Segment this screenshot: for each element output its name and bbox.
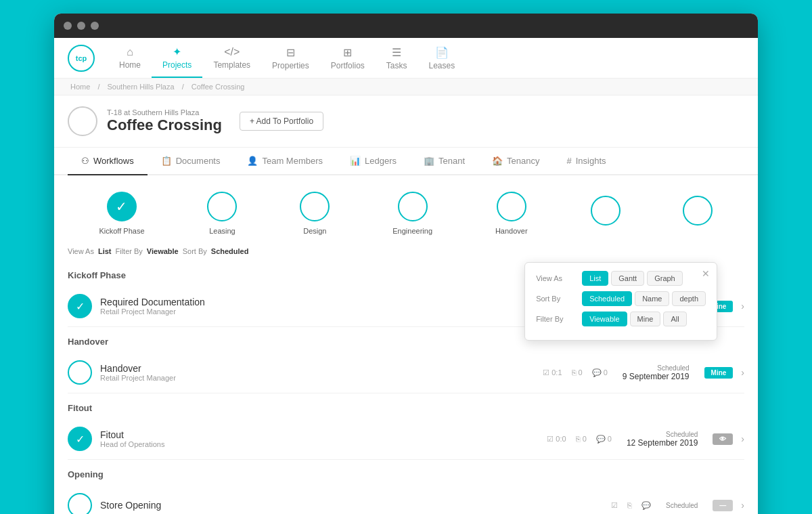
top-nav: tcp ⌂ Home ✦ Projects </> Templates ⊟ Pr… <box>54 38 758 79</box>
portfolios-icon: ⊞ <box>343 46 352 59</box>
breadcrumb-home[interactable]: Home <box>70 83 90 91</box>
task-circle-checked: ✓ <box>68 294 92 318</box>
phase-kickoff[interactable]: ✓ Kickoff Phase <box>99 192 144 235</box>
logo[interactable]: tcp <box>68 45 95 72</box>
task-arrow-3[interactable]: › <box>741 433 744 444</box>
task-circle-fitout: ✓ <box>68 427 92 451</box>
tab-team-members[interactable]: 👤 Team Members <box>233 148 336 175</box>
task-sub-fitout: Head of Operations <box>100 440 539 448</box>
phase-6[interactable] <box>591 196 621 231</box>
tab-insights[interactable]: # Insights <box>554 148 620 175</box>
nav-portfolios[interactable]: ⊞ Portfolios <box>320 38 376 78</box>
popup-sort-label: Sort By <box>536 295 577 303</box>
sort-name-button[interactable]: Name <box>635 291 669 306</box>
project-avatar <box>68 106 97 136</box>
tenant-icon: 🏢 <box>424 156 434 166</box>
phase-6-circle <box>591 196 621 226</box>
filter-all-button[interactable]: All <box>663 312 686 326</box>
task-copies-fitout: ⎘ 0 <box>576 435 587 443</box>
phase-design[interactable]: Design <box>300 192 330 235</box>
phase-leasing-label: Leasing <box>209 227 235 235</box>
breadcrumb-plaza[interactable]: Southern Hills Plaza <box>108 83 175 91</box>
phase-leasing[interactable]: Leasing <box>207 192 237 235</box>
phase-handover[interactable]: Handover <box>495 192 528 235</box>
tab-tenancy[interactable]: 🏠 Tenancy <box>478 148 553 175</box>
tab-ledgers[interactable]: 📊 Ledgers <box>336 148 410 175</box>
sort-scheduled-button[interactable]: Scheduled <box>582 291 632 306</box>
task-date-handover-val: 9 September 2019 <box>623 372 690 381</box>
task-status-fitout: Scheduled <box>627 431 698 438</box>
project-subtitle: T-18 at Southern Hills Plaza <box>107 108 222 116</box>
task-name-required-docs: Required Documentation <box>100 297 580 307</box>
toolbar-filter-prefix: Filter By <box>116 247 143 255</box>
popup-filter-options: Viewable Mine All <box>582 312 687 326</box>
view-options-popup: ✕ View As List Gantt Graph Sort By Sched… <box>524 262 717 341</box>
task-comments-fitout-val: 0 <box>608 435 612 443</box>
phase-design-circle <box>300 192 330 221</box>
tab-tenancy-label: Tenancy <box>507 156 539 166</box>
phase-leasing-circle <box>207 192 237 221</box>
nav-projects-label: Projects <box>162 60 191 70</box>
browser-dot-1 <box>64 22 72 30</box>
popup-view-options: List Gantt Graph <box>582 271 683 286</box>
toolbar-filter-value[interactable]: Viewable <box>147 247 179 255</box>
task-meta-handover: ☑ 0:1 ⎘ 0 💬 0 <box>543 368 608 377</box>
task-info-handover: Handover Retail Project Manager <box>100 363 535 382</box>
task-arrow-4[interactable]: › <box>741 500 744 511</box>
popup-view-row: View As List Gantt Graph <box>536 271 706 286</box>
browser-dot-2 <box>77 22 85 30</box>
phase-handover-label: Handover <box>495 227 528 235</box>
home-icon: ⌂ <box>127 46 133 58</box>
add-portfolio-button[interactable]: + Add To Portfolio <box>240 112 323 131</box>
nav-home-label: Home <box>119 60 141 70</box>
popup-close-button[interactable]: ✕ <box>702 268 710 279</box>
task-row-handover[interactable]: Handover Retail Project Manager ☑ 0:1 ⎘ … <box>68 352 744 393</box>
toolbar-sort-prefix: Sort By <box>183 247 207 255</box>
toolbar-sort-value[interactable]: Scheduled <box>211 247 249 255</box>
nav-home[interactable]: ⌂ Home <box>108 38 152 78</box>
task-row-fitout[interactable]: ✓ Fitout Head of Operations ☑ 0:0 ⎘ 0 💬 … <box>68 419 744 460</box>
task-meta-fitout: ☑ 0:0 ⎘ 0 💬 0 <box>547 435 612 444</box>
breadcrumb-current: Coffee Crossing <box>191 83 245 91</box>
tab-documents-label: Documents <box>176 156 221 166</box>
view-list-button[interactable]: List <box>582 271 608 286</box>
task-arrow-1[interactable]: › <box>741 301 744 312</box>
task-info-required-docs: Required Documentation Retail Project Ma… <box>100 297 580 316</box>
phase-7[interactable] <box>683 196 713 231</box>
copy-icon-o: ⎘ <box>627 501 632 509</box>
sort-depth-button[interactable]: depth <box>672 291 706 306</box>
comment-icon-h: 💬 <box>592 368 602 377</box>
nav-templates-label: Templates <box>213 60 250 70</box>
task-badge-eye: 👁 <box>713 433 733 445</box>
toolbar-view-as-value[interactable]: List <box>98 247 112 255</box>
section-fitout: Fitout <box>68 393 744 419</box>
properties-icon: ⊟ <box>286 46 295 59</box>
tab-workflows[interactable]: ⚇ Workflows <box>68 148 148 175</box>
tab-documents[interactable]: 📋 Documents <box>148 148 234 175</box>
nav-projects[interactable]: ✦ Projects <box>152 38 202 78</box>
task-name-handover: Handover <box>100 363 535 374</box>
nav-tasks[interactable]: ☰ Tasks <box>376 38 418 78</box>
phase-engineering[interactable]: Engineering <box>392 192 432 235</box>
check-icon-f: ☑ <box>547 435 554 444</box>
projects-icon: ✦ <box>173 45 181 58</box>
view-graph-button[interactable]: Graph <box>647 271 683 286</box>
filter-viewable-button[interactable]: Viewable <box>582 312 627 326</box>
check-icon-h: ☑ <box>543 368 549 377</box>
project-header: T-18 at Southern Hills Plaza Coffee Cros… <box>54 95 758 148</box>
view-gantt-button[interactable]: Gantt <box>611 271 644 286</box>
nav-templates[interactable]: </> Templates <box>202 38 261 78</box>
nav-leases[interactable]: 📄 Leases <box>418 38 466 78</box>
tab-insights-label: Insights <box>576 156 606 166</box>
task-row-opening[interactable]: Store Opening ☑ ⎘ 💬 Scheduled — › <box>68 485 744 514</box>
task-copies-fitout-val: 0 <box>583 435 587 443</box>
task-arrow-2[interactable]: › <box>741 367 744 378</box>
filter-mine-button[interactable]: Mine <box>630 312 661 326</box>
popup-sort-options: Scheduled Name depth <box>582 291 706 306</box>
nav-properties[interactable]: ⊟ Properties <box>261 38 320 78</box>
nav-tasks-label: Tasks <box>386 61 407 70</box>
task-checks-fitout-val: 0:0 <box>556 435 566 443</box>
task-date-fitout: Scheduled 12 September 2019 <box>627 431 698 448</box>
tab-tenant[interactable]: 🏢 Tenant <box>410 148 478 175</box>
task-info-opening: Store Opening <box>100 500 603 511</box>
